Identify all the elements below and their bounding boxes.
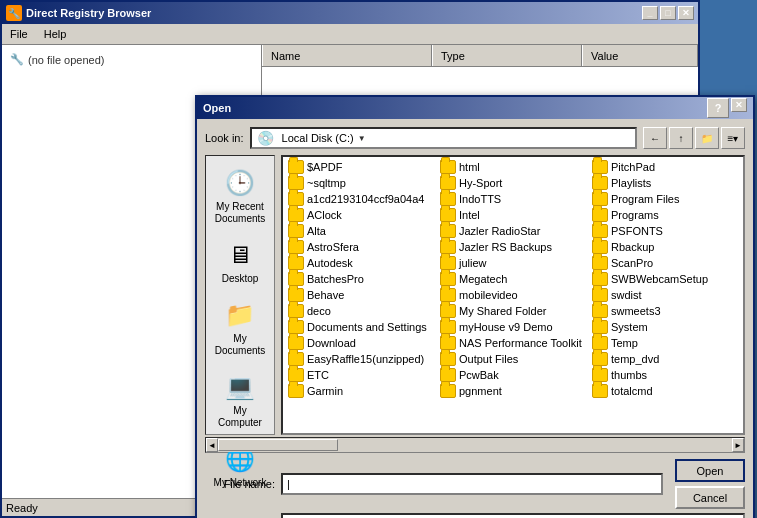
list-item[interactable]: html xyxy=(437,159,589,175)
menu-help[interactable]: Help xyxy=(40,26,71,42)
place-desktop[interactable]: 🖥 Desktop xyxy=(208,234,272,290)
list-item[interactable]: PitchPad xyxy=(589,159,741,175)
list-item[interactable]: swdist xyxy=(589,287,741,303)
list-item[interactable]: deco xyxy=(285,303,437,319)
list-item[interactable]: AClock xyxy=(285,207,437,223)
scroll-right-button[interactable]: ► xyxy=(732,438,744,452)
list-item[interactable]: Hy-Sport xyxy=(437,175,589,191)
list-item[interactable]: pgnment xyxy=(437,383,589,399)
file-item-label: swdist xyxy=(611,289,642,301)
list-item[interactable]: Output Files xyxy=(437,351,589,367)
list-item[interactable]: System xyxy=(589,319,741,335)
dialog-title-buttons: ? ✕ xyxy=(707,98,747,118)
list-item[interactable]: Documents and Settings xyxy=(285,319,437,335)
up-button[interactable]: ↑ xyxy=(669,127,693,149)
file-name-input[interactable] xyxy=(281,473,663,495)
folder-icon xyxy=(592,224,608,238)
folder-icon xyxy=(440,192,456,206)
file-item-label: Programs xyxy=(611,209,659,221)
place-recent[interactable]: 🕒 My Recent Documents xyxy=(208,162,272,230)
list-item[interactable]: IndoTTS xyxy=(437,191,589,207)
folder-icon xyxy=(592,304,608,318)
cancel-button[interactable]: Cancel xyxy=(675,486,745,509)
list-item[interactable]: $APDF xyxy=(285,159,437,175)
file-item-label: IndoTTS xyxy=(459,193,501,205)
list-item[interactable]: Jazler RadioStar xyxy=(437,223,589,239)
list-item[interactable]: a1cd2193104ccf9a04a4 xyxy=(285,191,437,207)
list-item[interactable]: Playlists xyxy=(589,175,741,191)
list-item[interactable]: Program Files xyxy=(589,191,741,207)
file-name-row: File name: Open Cancel xyxy=(205,459,745,509)
list-item[interactable]: totalcmd xyxy=(589,383,741,399)
file-item-label: Playlists xyxy=(611,177,651,189)
dialog-help-button[interactable]: ? xyxy=(707,98,729,118)
menu-file[interactable]: File xyxy=(6,26,32,42)
view-button[interactable]: ≡▾ xyxy=(721,127,745,149)
list-item[interactable]: Programs xyxy=(589,207,741,223)
back-button[interactable]: ← xyxy=(643,127,667,149)
list-item[interactable]: Alta xyxy=(285,223,437,239)
list-item[interactable]: ~sqltmp xyxy=(285,175,437,191)
file-item-label: Download xyxy=(307,337,356,349)
file-item-label: pgnment xyxy=(459,385,502,397)
list-item[interactable]: Autodesk xyxy=(285,255,437,271)
app-icon: 🔧 xyxy=(6,5,22,21)
folder-icon xyxy=(288,352,304,366)
list-item[interactable]: NAS Performance Toolkit xyxy=(437,335,589,351)
new-folder-button[interactable]: 📁 xyxy=(695,127,719,149)
list-item[interactable]: BatchesPro xyxy=(285,271,437,287)
menu-bar: File Help xyxy=(2,24,698,45)
list-item[interactable]: thumbs xyxy=(589,367,741,383)
place-my-documents[interactable]: 📁 My Documents xyxy=(208,294,272,362)
minimize-button[interactable]: _ xyxy=(642,6,658,20)
file-item-label: Jazler RadioStar xyxy=(459,225,540,237)
list-item[interactable]: EasyRaffle15(unzipped) xyxy=(285,351,437,367)
list-item[interactable]: temp_dvd xyxy=(589,351,741,367)
list-item[interactable]: swmeets3 xyxy=(589,303,741,319)
list-item[interactable]: PSFONTS xyxy=(589,223,741,239)
list-item[interactable]: Intel xyxy=(437,207,589,223)
close-button[interactable]: ✕ xyxy=(678,6,694,20)
list-item[interactable]: PcwBak xyxy=(437,367,589,383)
maximize-button[interactable]: □ xyxy=(660,6,676,20)
file-item-label: totalcmd xyxy=(611,385,653,397)
folder-icon xyxy=(288,288,304,302)
list-item[interactable]: Behave xyxy=(285,287,437,303)
place-my-computer[interactable]: 💻 My Computer xyxy=(208,366,272,434)
file-item-label: myHouse v9 Demo xyxy=(459,321,553,333)
files-of-type-select[interactable]: Any registry file (.dat, no extension) ▼ xyxy=(281,513,745,518)
folder-icon xyxy=(440,272,456,286)
list-item[interactable]: Temp xyxy=(589,335,741,351)
files-area[interactable]: $APDFhtmlPitchPad~sqltmpHy-SportPlaylist… xyxy=(281,155,745,435)
open-button[interactable]: Open xyxy=(675,459,745,482)
list-item[interactable]: AstroSfera xyxy=(285,239,437,255)
file-item-label: BatchesPro xyxy=(307,273,364,285)
look-in-label: Look in: xyxy=(205,132,244,144)
scroll-left-button[interactable]: ◄ xyxy=(206,438,218,452)
col-header-type[interactable]: Type xyxy=(432,45,582,66)
col-header-name[interactable]: Name xyxy=(262,45,432,66)
list-item[interactable]: mobilevideo xyxy=(437,287,589,303)
scrollbar-thumb[interactable] xyxy=(218,439,338,451)
col-header-value[interactable]: Value xyxy=(582,45,698,66)
dialog-close-button[interactable]: ✕ xyxy=(731,98,747,112)
list-item[interactable]: Download xyxy=(285,335,437,351)
list-item[interactable]: ETC xyxy=(285,367,437,383)
folder-icon xyxy=(440,224,456,238)
list-item[interactable]: ScanPro xyxy=(589,255,741,271)
file-item-label: Intel xyxy=(459,209,480,221)
list-item[interactable]: Garmin xyxy=(285,383,437,399)
list-item[interactable]: My Shared Folder xyxy=(437,303,589,319)
horizontal-scrollbar[interactable]: ◄ ► xyxy=(205,437,745,453)
file-item-label: Documents and Settings xyxy=(307,321,427,333)
list-item[interactable]: Megatech xyxy=(437,271,589,287)
folder-icon xyxy=(288,320,304,334)
look-in-select[interactable]: 💿 Local Disk (C:) ▼ xyxy=(250,127,637,149)
list-item[interactable]: Jazler RS Backups xyxy=(437,239,589,255)
list-item[interactable]: SWBWebcamSetup xyxy=(589,271,741,287)
list-item[interactable]: myHouse v9 Demo xyxy=(437,319,589,335)
list-item[interactable]: juliew xyxy=(437,255,589,271)
list-item[interactable]: Rbackup xyxy=(589,239,741,255)
file-item-label: Megatech xyxy=(459,273,507,285)
file-item-label: ETC xyxy=(307,369,329,381)
